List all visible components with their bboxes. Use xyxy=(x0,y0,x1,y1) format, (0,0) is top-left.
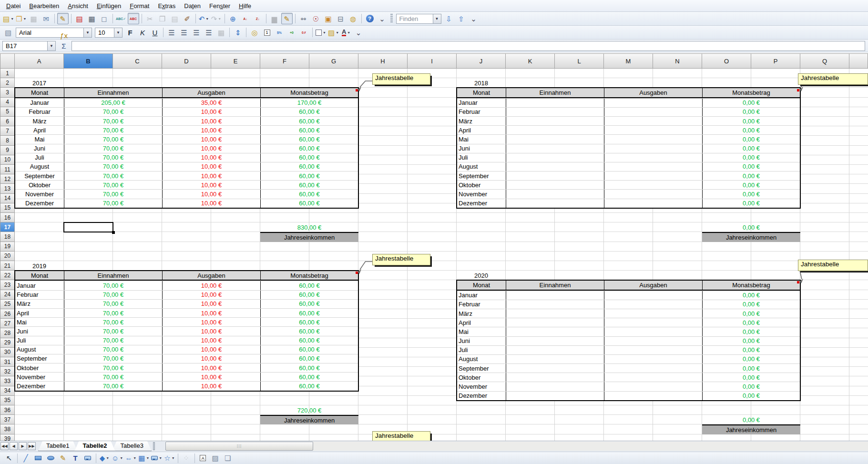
sheet-tab-tabelle1[interactable]: Tabelle1 xyxy=(38,441,77,451)
function-wizard-icon[interactable]: ƒx xyxy=(58,30,70,40)
styles-window-icon[interactable]: ▧ xyxy=(2,27,14,38)
overflow-icon[interactable]: ⌄ xyxy=(468,13,480,24)
column-header-F[interactable]: F xyxy=(260,53,309,69)
borders-dropdown-icon[interactable]: ▼ xyxy=(323,31,326,34)
find-previous-icon[interactable]: ⇧ xyxy=(456,13,467,24)
row-header-19[interactable]: 19 xyxy=(0,242,15,252)
ellipse-icon[interactable] xyxy=(45,453,56,464)
row-header-29[interactable]: 29 xyxy=(0,338,15,348)
column-header-C[interactable]: C xyxy=(113,53,162,69)
align-justified-icon[interactable]: ☰ xyxy=(203,27,214,38)
row-header-31[interactable]: 31 xyxy=(0,357,15,367)
row-header-33[interactable]: 33 xyxy=(0,376,15,386)
basic-shapes-dropdown-icon[interactable]: ▼ xyxy=(106,456,109,460)
flowchart-icon[interactable]: ▦▼ xyxy=(138,453,150,464)
from-file-icon[interactable]: ▨ xyxy=(210,453,221,464)
line-icon[interactable]: ╱ xyxy=(20,453,31,464)
column-header-O[interactable]: O xyxy=(702,53,751,69)
row-header-20[interactable]: 20 xyxy=(0,252,15,261)
row-header-34[interactable]: 34 xyxy=(0,386,15,396)
add-decimal-icon[interactable]: +0 xyxy=(286,27,297,38)
column-header-M[interactable]: M xyxy=(604,53,653,69)
menu-ansicht[interactable]: Ansicht xyxy=(63,1,92,11)
data-sources-icon[interactable]: ⊟ xyxy=(335,13,347,24)
hyperlink-icon[interactable]: ⊕ xyxy=(227,13,239,24)
menu-datei[interactable]: Datei xyxy=(2,1,25,11)
format-paintbrush-icon[interactable]: ✐ xyxy=(182,13,193,24)
font-size-combo[interactable]: 10▼ xyxy=(95,28,123,38)
block-arrows-icon[interactable]: ⇔▼ xyxy=(124,453,137,464)
menu-hilfe[interactable]: Hilfe xyxy=(235,1,255,11)
row-header-1[interactable]: 1 xyxy=(0,69,15,78)
row-header-15[interactable]: 15 xyxy=(0,203,15,213)
gallery-icon[interactable]: ▣ xyxy=(323,13,334,24)
find-dropdown-icon[interactable]: ▼ xyxy=(433,14,441,23)
name-box[interactable]: B17 ▼ xyxy=(2,41,56,51)
overflow-icon[interactable]: ⌄ xyxy=(353,27,364,38)
number-format-standard-icon[interactable]: $% xyxy=(274,27,285,38)
line-spacing-icon[interactable]: ⇕ xyxy=(232,27,244,38)
column-header-H[interactable]: H xyxy=(358,53,408,69)
select-icon[interactable]: ↖ xyxy=(3,453,15,464)
new-document-icon[interactable]: ▤▼ xyxy=(2,13,14,24)
column-header-D[interactable]: D xyxy=(162,53,211,69)
column-header-partial[interactable] xyxy=(849,53,868,69)
row-header-26[interactable]: 26 xyxy=(0,309,15,319)
callout-icon[interactable] xyxy=(82,453,93,464)
comment-note[interactable]: Jahrestabelle xyxy=(372,431,430,441)
print-preview-icon[interactable]: ◻ xyxy=(99,13,110,24)
row-header-18[interactable]: 18 xyxy=(0,232,15,242)
menu-einfgen[interactable]: Einfügen xyxy=(92,1,125,11)
new-document-dropdown-icon[interactable]: ▼ xyxy=(10,17,14,20)
column-header-P[interactable]: P xyxy=(751,53,800,69)
row-header-38[interactable]: 38 xyxy=(0,424,15,434)
open-dropdown-icon[interactable]: ▼ xyxy=(23,17,27,20)
menu-format[interactable]: Format xyxy=(125,1,153,11)
column-header-Q[interactable]: Q xyxy=(800,53,849,69)
column-header-G[interactable]: G xyxy=(309,53,358,69)
sum-icon[interactable]: Σ xyxy=(58,40,70,51)
row-header-13[interactable]: 13 xyxy=(0,184,15,193)
menu-bearbeiten[interactable]: Bearbeiten xyxy=(25,1,63,11)
row-header-23[interactable]: 23 xyxy=(0,280,15,290)
row-header-36[interactable]: 36 xyxy=(0,405,15,415)
font-color-dropdown-icon[interactable]: ▼ xyxy=(347,31,350,34)
flowchart-dropdown-icon[interactable]: ▼ xyxy=(146,456,149,460)
row-header-32[interactable]: 32 xyxy=(0,367,15,376)
column-header-B[interactable]: B xyxy=(64,53,113,69)
stars-dropdown-icon[interactable]: ▼ xyxy=(172,456,175,460)
font-name-combo[interactable]: Arial▼ xyxy=(16,28,92,38)
open-icon[interactable]: ❒▼ xyxy=(15,13,27,24)
row-header-8[interactable]: 8 xyxy=(0,136,15,145)
name-box-dropdown-icon[interactable]: ▼ xyxy=(47,41,55,50)
align-left-icon[interactable]: ☰ xyxy=(166,27,177,38)
italic-icon[interactable]: K xyxy=(137,27,148,38)
row-header-9[interactable]: 9 xyxy=(0,146,15,155)
navigator-icon[interactable]: ☉ xyxy=(310,13,322,24)
print-icon[interactable]: ▦ xyxy=(86,13,98,24)
last-sheet-icon[interactable]: ▶▶ xyxy=(28,442,36,450)
menu-daten[interactable]: Daten xyxy=(180,1,205,11)
basic-shapes-icon[interactable]: ◆▼ xyxy=(99,453,110,464)
column-header-L[interactable]: L xyxy=(555,53,604,69)
horizontal-scrollbar-track[interactable]: ⁞⁞⁞ xyxy=(165,442,868,451)
number-format-date-icon[interactable]: 1 xyxy=(261,27,273,38)
row-header-22[interactable]: 22 xyxy=(0,271,15,280)
email-icon[interactable]: ✉ xyxy=(41,13,52,24)
auto-spellcheck-icon[interactable]: ABC xyxy=(128,13,139,24)
column-header-K[interactable]: K xyxy=(506,53,555,69)
row-header-30[interactable]: 30 xyxy=(0,348,15,357)
help-icon[interactable]: ? xyxy=(364,13,376,24)
comment-note[interactable]: Jahrestabelle xyxy=(372,254,430,265)
overflow-icon[interactable]: ⌄ xyxy=(377,13,388,24)
stars-icon[interactable]: ☆▼ xyxy=(163,453,175,464)
row-header-3[interactable]: 3 xyxy=(0,88,15,97)
column-header-A[interactable]: A xyxy=(15,53,64,69)
row-header-35[interactable]: 35 xyxy=(0,396,15,405)
row-header-5[interactable]: 5 xyxy=(0,107,15,117)
row-header-39[interactable]: 39 xyxy=(0,434,15,441)
horizontal-scrollbar-thumb[interactable]: ⁞⁞⁞ xyxy=(165,442,313,451)
row-header-16[interactable]: 16 xyxy=(0,213,15,222)
previous-sheet-icon[interactable]: ◀ xyxy=(10,442,18,450)
row-header-25[interactable]: 25 xyxy=(0,300,15,309)
